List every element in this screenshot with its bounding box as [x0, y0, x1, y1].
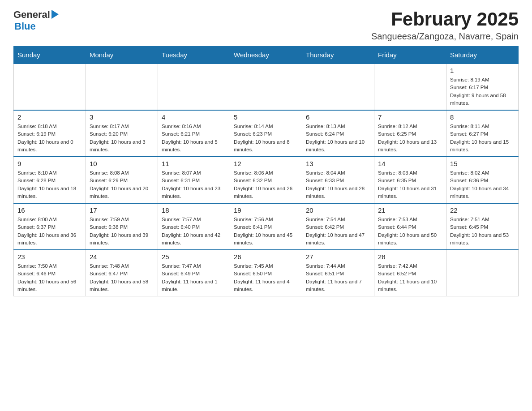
weekday-header-row: SundayMondayTuesdayWednesdayThursdayFrid…: [14, 47, 519, 64]
day-info: Sunrise: 8:12 AMSunset: 6:25 PMDaylight:…: [378, 123, 442, 154]
day-info: Sunrise: 8:19 AMSunset: 6:17 PMDaylight:…: [450, 76, 515, 107]
calendar-cell: 15Sunrise: 8:02 AMSunset: 6:36 PMDayligh…: [446, 157, 519, 203]
day-number: 21: [378, 206, 442, 214]
calendar-cell: 12Sunrise: 8:06 AMSunset: 6:32 PMDayligh…: [230, 157, 302, 203]
day-info: Sunrise: 7:51 AMSunset: 6:45 PMDaylight:…: [450, 216, 515, 247]
day-info: Sunrise: 8:08 AMSunset: 6:29 PMDaylight:…: [90, 169, 154, 200]
day-info: Sunrise: 8:17 AMSunset: 6:20 PMDaylight:…: [90, 123, 154, 154]
day-info: Sunrise: 8:04 AMSunset: 6:33 PMDaylight:…: [306, 169, 370, 200]
day-number: 6: [306, 113, 370, 121]
calendar-cell: [446, 250, 519, 296]
day-number: 17: [90, 206, 154, 214]
calendar-cell: 21Sunrise: 7:53 AMSunset: 6:44 PMDayligh…: [374, 203, 446, 250]
calendar-cell: [230, 64, 302, 110]
calendar-cell: 4Sunrise: 8:16 AMSunset: 6:21 PMDaylight…: [158, 110, 230, 157]
day-number: 2: [17, 113, 82, 121]
day-info: Sunrise: 7:48 AMSunset: 6:47 PMDaylight:…: [90, 262, 154, 293]
day-number: 15: [450, 160, 515, 167]
calendar-cell: 22Sunrise: 7:51 AMSunset: 6:45 PMDayligh…: [446, 203, 519, 250]
day-number: 13: [306, 160, 370, 167]
day-info: Sunrise: 7:54 AMSunset: 6:42 PMDaylight:…: [306, 216, 370, 247]
logo-blue: Blue: [14, 21, 36, 32]
calendar-cell: 10Sunrise: 8:08 AMSunset: 6:29 PMDayligh…: [86, 157, 158, 203]
day-number: 22: [450, 206, 515, 214]
day-number: 5: [234, 113, 298, 121]
day-info: Sunrise: 7:50 AMSunset: 6:46 PMDaylight:…: [17, 262, 82, 293]
calendar-cell: 17Sunrise: 7:59 AMSunset: 6:38 PMDayligh…: [86, 203, 158, 250]
calendar-week-row: 9Sunrise: 8:10 AMSunset: 6:28 PMDaylight…: [14, 157, 519, 203]
calendar-cell: 8Sunrise: 8:11 AMSunset: 6:27 PMDaylight…: [446, 110, 519, 157]
calendar-cell: 18Sunrise: 7:57 AMSunset: 6:40 PMDayligh…: [158, 203, 230, 250]
day-info: Sunrise: 8:06 AMSunset: 6:32 PMDaylight:…: [234, 169, 298, 200]
calendar-cell: 7Sunrise: 8:12 AMSunset: 6:25 PMDaylight…: [374, 110, 446, 157]
day-number: 10: [90, 160, 154, 167]
day-info: Sunrise: 7:59 AMSunset: 6:38 PMDaylight:…: [90, 216, 154, 247]
day-info: Sunrise: 7:56 AMSunset: 6:41 PMDaylight:…: [234, 216, 298, 247]
calendar-table: SundayMondayTuesdayWednesdayThursdayFrid…: [13, 46, 519, 296]
day-number: 12: [234, 160, 298, 167]
day-info: Sunrise: 7:45 AMSunset: 6:50 PMDaylight:…: [234, 262, 298, 293]
calendar-cell: [374, 64, 446, 110]
title-block: February 2025 Sangueesa/Zangoza, Navarre…: [371, 9, 519, 42]
logo-arrow-icon: [51, 10, 59, 19]
day-number: 20: [306, 206, 370, 214]
day-info: Sunrise: 8:13 AMSunset: 6:24 PMDaylight:…: [306, 123, 370, 154]
logo: General Blue: [13, 9, 59, 32]
day-number: 14: [378, 160, 442, 167]
calendar-cell: 13Sunrise: 8:04 AMSunset: 6:33 PMDayligh…: [302, 157, 374, 203]
calendar-cell: 25Sunrise: 7:47 AMSunset: 6:49 PMDayligh…: [158, 250, 230, 296]
calendar-cell: 27Sunrise: 7:44 AMSunset: 6:51 PMDayligh…: [302, 250, 374, 296]
day-info: Sunrise: 8:02 AMSunset: 6:36 PMDaylight:…: [450, 169, 515, 200]
calendar-week-row: 1Sunrise: 8:19 AMSunset: 6:17 PMDaylight…: [14, 64, 519, 110]
day-number: 7: [378, 113, 442, 121]
weekday-header-tuesday: Tuesday: [158, 47, 230, 64]
day-number: 18: [162, 206, 226, 214]
day-number: 26: [234, 253, 298, 261]
day-info: Sunrise: 7:44 AMSunset: 6:51 PMDaylight:…: [306, 262, 370, 293]
day-number: 9: [17, 160, 82, 167]
day-info: Sunrise: 8:14 AMSunset: 6:23 PMDaylight:…: [234, 123, 298, 154]
calendar-week-row: 2Sunrise: 8:18 AMSunset: 6:19 PMDaylight…: [14, 110, 519, 157]
calendar-cell: 5Sunrise: 8:14 AMSunset: 6:23 PMDaylight…: [230, 110, 302, 157]
weekday-header-wednesday: Wednesday: [230, 47, 302, 64]
calendar-cell: 9Sunrise: 8:10 AMSunset: 6:28 PMDaylight…: [14, 157, 86, 203]
month-title: February 2025: [371, 9, 519, 30]
calendar-cell: [14, 64, 86, 110]
weekday-header-sunday: Sunday: [14, 47, 86, 64]
calendar-cell: 26Sunrise: 7:45 AMSunset: 6:50 PMDayligh…: [230, 250, 302, 296]
location-title: Sangueesa/Zangoza, Navarre, Spain: [371, 31, 519, 42]
logo-general: General: [13, 9, 50, 21]
day-info: Sunrise: 8:10 AMSunset: 6:28 PMDaylight:…: [17, 169, 82, 200]
day-info: Sunrise: 8:11 AMSunset: 6:27 PMDaylight:…: [450, 123, 515, 154]
day-number: 19: [234, 206, 298, 214]
calendar-cell: 14Sunrise: 8:03 AMSunset: 6:35 PMDayligh…: [374, 157, 446, 203]
day-info: Sunrise: 7:42 AMSunset: 6:52 PMDaylight:…: [378, 262, 442, 293]
calendar-week-row: 23Sunrise: 7:50 AMSunset: 6:46 PMDayligh…: [14, 250, 519, 296]
weekday-header-saturday: Saturday: [446, 47, 519, 64]
calendar-cell: 28Sunrise: 7:42 AMSunset: 6:52 PMDayligh…: [374, 250, 446, 296]
calendar-cell: 20Sunrise: 7:54 AMSunset: 6:42 PMDayligh…: [302, 203, 374, 250]
calendar-cell: 23Sunrise: 7:50 AMSunset: 6:46 PMDayligh…: [14, 250, 86, 296]
calendar-cell: 6Sunrise: 8:13 AMSunset: 6:24 PMDaylight…: [302, 110, 374, 157]
calendar-week-row: 16Sunrise: 8:00 AMSunset: 6:37 PMDayligh…: [14, 203, 519, 250]
calendar-cell: 19Sunrise: 7:56 AMSunset: 6:41 PMDayligh…: [230, 203, 302, 250]
calendar-cell: 2Sunrise: 8:18 AMSunset: 6:19 PMDaylight…: [14, 110, 86, 157]
day-number: 27: [306, 253, 370, 261]
weekday-header-thursday: Thursday: [302, 47, 374, 64]
day-number: 3: [90, 113, 154, 121]
day-number: 4: [162, 113, 226, 121]
day-number: 28: [378, 253, 442, 261]
calendar-cell: 24Sunrise: 7:48 AMSunset: 6:47 PMDayligh…: [86, 250, 158, 296]
calendar-cell: 11Sunrise: 8:07 AMSunset: 6:31 PMDayligh…: [158, 157, 230, 203]
calendar-cell: [158, 64, 230, 110]
calendar-cell: 1Sunrise: 8:19 AMSunset: 6:17 PMDaylight…: [446, 64, 519, 110]
day-info: Sunrise: 7:57 AMSunset: 6:40 PMDaylight:…: [162, 216, 226, 247]
day-number: 11: [162, 160, 226, 167]
day-number: 1: [450, 67, 515, 74]
day-info: Sunrise: 7:47 AMSunset: 6:49 PMDaylight:…: [162, 262, 226, 293]
day-number: 8: [450, 113, 515, 121]
day-info: Sunrise: 8:18 AMSunset: 6:19 PMDaylight:…: [17, 123, 82, 154]
weekday-header-friday: Friday: [374, 47, 446, 64]
day-number: 25: [162, 253, 226, 261]
weekday-header-monday: Monday: [86, 47, 158, 64]
